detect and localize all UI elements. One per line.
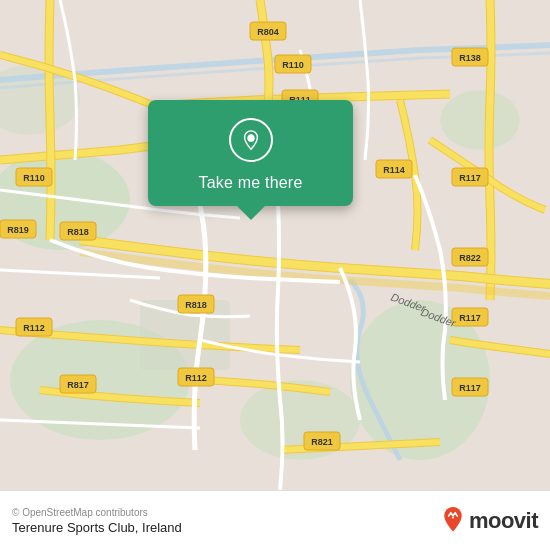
bottom-left-info: © OpenStreetMap contributors Terenure Sp… bbox=[12, 507, 182, 535]
moovit-text: moovit bbox=[469, 508, 538, 534]
svg-text:R819: R819 bbox=[7, 225, 29, 235]
popup-label: Take me there bbox=[199, 174, 303, 192]
svg-text:R117: R117 bbox=[459, 383, 481, 393]
svg-text:R112: R112 bbox=[23, 323, 45, 333]
svg-point-45 bbox=[452, 516, 454, 518]
moovit-pin-icon bbox=[441, 507, 465, 535]
svg-text:R110: R110 bbox=[23, 173, 45, 183]
svg-point-6 bbox=[440, 90, 520, 150]
moovit-logo: moovit bbox=[441, 507, 538, 535]
location-pin-icon bbox=[229, 118, 273, 162]
svg-text:R110: R110 bbox=[282, 60, 304, 70]
svg-text:R117: R117 bbox=[459, 173, 481, 183]
svg-text:R138: R138 bbox=[459, 53, 481, 63]
svg-text:R818: R818 bbox=[67, 227, 89, 237]
svg-text:R821: R821 bbox=[311, 437, 333, 447]
svg-text:R117: R117 bbox=[459, 313, 481, 323]
copyright-text: © OpenStreetMap contributors bbox=[12, 507, 182, 518]
svg-text:R822: R822 bbox=[459, 253, 481, 263]
svg-text:R818: R818 bbox=[185, 300, 207, 310]
location-name: Terenure Sports Club, Ireland bbox=[12, 520, 182, 535]
svg-text:R112: R112 bbox=[185, 373, 207, 383]
popup-card[interactable]: Take me there bbox=[148, 100, 353, 206]
map-container: R804 R110 R111 R138 R110 R114 R117 R818 … bbox=[0, 0, 550, 490]
svg-text:R817: R817 bbox=[67, 380, 89, 390]
svg-text:R804: R804 bbox=[257, 27, 279, 37]
svg-text:R114: R114 bbox=[383, 165, 405, 175]
bottom-bar: © OpenStreetMap contributors Terenure Sp… bbox=[0, 490, 550, 550]
